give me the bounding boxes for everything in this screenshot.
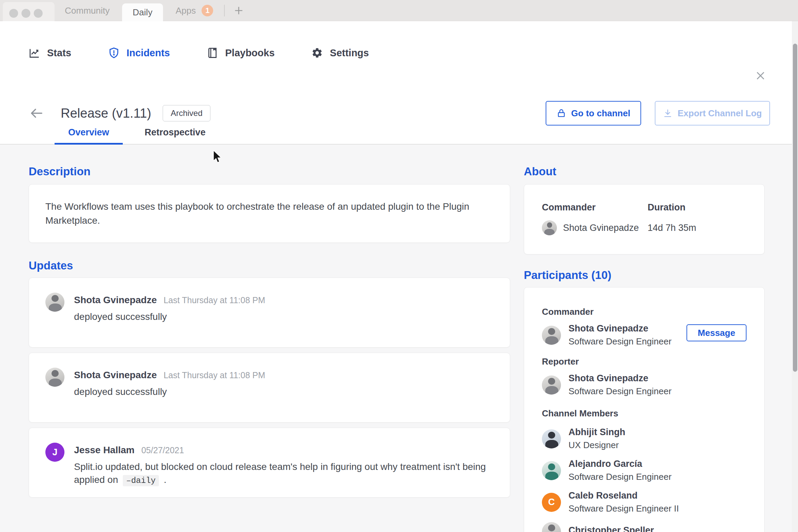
nav-item-incidents[interactable]: Incidents xyxy=(108,47,170,59)
window-minimize-icon[interactable] xyxy=(21,9,30,18)
participant-name: Christopher Speller xyxy=(568,525,654,532)
avatar: J xyxy=(45,443,64,462)
scrollbar-track[interactable] xyxy=(792,21,798,532)
close-button[interactable] xyxy=(754,69,767,83)
participant-row[interactable]: Christopher Speller xyxy=(542,522,747,532)
app-window: Community Daily Apps 1 Stats Incidents xyxy=(0,0,798,532)
lock-icon xyxy=(557,108,566,118)
participant-name: Caleb Roseland xyxy=(568,490,679,501)
reporter-section-label: Reporter xyxy=(542,356,747,367)
avatar: C xyxy=(542,493,561,512)
update-timestamp[interactable]: 05/27/2021 xyxy=(141,445,184,455)
update-post: J Jesse Hallam 05/27/2021 Split.io updat… xyxy=(29,428,510,498)
avatar xyxy=(45,368,64,387)
participant-role: Software Design Engineer II xyxy=(568,503,679,514)
description-text: The Workflows team uses this playbook to… xyxy=(45,200,475,227)
arrow-left-icon xyxy=(29,105,44,121)
tab-label: Apps xyxy=(176,5,196,16)
tab-retrospective[interactable]: Retrospective xyxy=(131,122,219,145)
nav-item-stats[interactable]: Stats xyxy=(29,47,71,59)
avatar xyxy=(542,461,561,480)
update-message: deployed successfully xyxy=(74,310,265,323)
participant-row[interactable]: C Caleb Roseland Software Design Enginee… xyxy=(542,490,747,514)
plus-icon xyxy=(233,5,244,16)
tab-label: Community xyxy=(65,5,109,16)
window-close-icon[interactable] xyxy=(9,9,18,18)
duration-label: Duration xyxy=(648,202,747,213)
tab-label: Daily xyxy=(133,7,152,18)
about-heading: About xyxy=(524,165,765,178)
update-author[interactable]: Shota Gvinepadze xyxy=(74,295,157,306)
commander-name: Shota Gvinepadze xyxy=(563,223,639,233)
go-to-channel-button[interactable]: Go to channel xyxy=(546,101,641,125)
update-author[interactable]: Shota Gvinepadze xyxy=(74,370,157,381)
mouse-cursor xyxy=(213,150,222,164)
download-icon xyxy=(663,108,673,118)
nav-label: Settings xyxy=(330,47,369,59)
commander-label: Commander xyxy=(542,202,648,213)
updates-heading: Updates xyxy=(29,259,510,272)
shield-alert-icon xyxy=(108,47,120,59)
update-post: Shota Gvinepadze Last Thursday at 11:08 … xyxy=(29,353,510,423)
overview-content: Description The Workflows team uses this… xyxy=(0,145,798,532)
nav-item-playbooks[interactable]: Playbooks xyxy=(207,47,275,59)
avatar xyxy=(542,429,561,448)
message-text: . xyxy=(164,474,166,485)
participant-name: Abhijit Singh xyxy=(568,427,625,438)
tab-overview[interactable]: Overview xyxy=(55,122,123,145)
gear-icon xyxy=(311,47,323,59)
tab-label: Retrospective xyxy=(145,127,206,138)
export-channel-log-button[interactable]: Export Channel Log xyxy=(655,101,770,125)
about-card: Commander Duration Shota Gvinepadze 14d … xyxy=(524,184,765,254)
side-column: About Commander Duration Shota Gvinepadz… xyxy=(524,145,765,532)
nav-label: Playbooks xyxy=(225,47,275,59)
participant-name: Alejandro García xyxy=(568,459,671,469)
avatar xyxy=(45,293,64,312)
avatar xyxy=(542,326,561,345)
participants-heading: Participants (10) xyxy=(524,269,765,282)
participant-row[interactable]: Alejandro García Software Design Enginee… xyxy=(542,459,747,482)
participant-row[interactable]: Shota Gvinepadze Software Design Enginee… xyxy=(542,373,747,397)
button-label: Export Channel Log xyxy=(678,108,762,119)
channel-members-section-label: Channel Members xyxy=(542,408,747,419)
inline-code: –daily xyxy=(123,475,159,486)
update-message: Split.io updated, but blocked on cloud r… xyxy=(74,460,493,487)
detail-tabs: Overview Retrospective xyxy=(55,122,219,145)
browser-tab-apps[interactable]: Apps 1 xyxy=(176,0,213,21)
message-button[interactable]: Message xyxy=(686,324,747,341)
tab-divider xyxy=(224,5,225,16)
update-timestamp[interactable]: Last Thursday at 11:08 PM xyxy=(164,370,265,380)
main-column: Description The Workflows team uses this… xyxy=(29,145,510,498)
update-author[interactable]: Jesse Hallam xyxy=(74,445,134,456)
unread-count-badge: 1 xyxy=(202,5,213,16)
archived-status-badge: Archived xyxy=(163,105,210,121)
update-post: Shota Gvinepadze Last Thursday at 11:08 … xyxy=(29,278,510,348)
scrollbar-thumb[interactable] xyxy=(793,44,797,372)
plugin-nav: Stats Incidents Playbooks Settings xyxy=(29,47,369,59)
participant-role: Software Design Engineer xyxy=(568,472,671,482)
close-icon xyxy=(755,70,766,82)
browser-tab-daily[interactable]: Daily xyxy=(122,3,163,21)
participant-role: Software Design Engineer xyxy=(568,386,671,397)
avatar xyxy=(542,220,557,235)
avatar xyxy=(542,522,561,532)
incident-header-panel: Stats Incidents Playbooks Settings Relea… xyxy=(0,21,798,145)
participant-role: Software Design Engineer xyxy=(568,336,671,347)
commander-value[interactable]: Shota Gvinepadze xyxy=(542,220,648,235)
update-message: deployed successfully xyxy=(74,385,265,398)
participants-card: Commander Shota Gvinepadze Software Desi… xyxy=(524,287,765,532)
description-card: The Workflows team uses this playbook to… xyxy=(29,184,510,243)
participant-row[interactable]: Abhijit Singh UX Designer xyxy=(542,427,747,450)
back-button[interactable] xyxy=(29,105,44,121)
commander-section-label: Commander xyxy=(542,307,747,317)
browser-tab-community[interactable]: Community xyxy=(65,0,109,21)
browser-tab-bar: Community Daily Apps 1 xyxy=(0,0,798,21)
participant-role: UX Designer xyxy=(568,440,625,450)
window-zoom-icon[interactable] xyxy=(34,9,43,18)
stats-chart-icon xyxy=(29,47,40,59)
new-tab-button[interactable] xyxy=(233,4,245,17)
participant-row[interactable]: Shota Gvinepadze Software Design Enginee… xyxy=(542,323,747,347)
page-title: Release (v1.11) xyxy=(61,106,151,121)
nav-item-settings[interactable]: Settings xyxy=(311,47,369,59)
update-timestamp[interactable]: Last Thursday at 11:08 PM xyxy=(164,295,265,305)
